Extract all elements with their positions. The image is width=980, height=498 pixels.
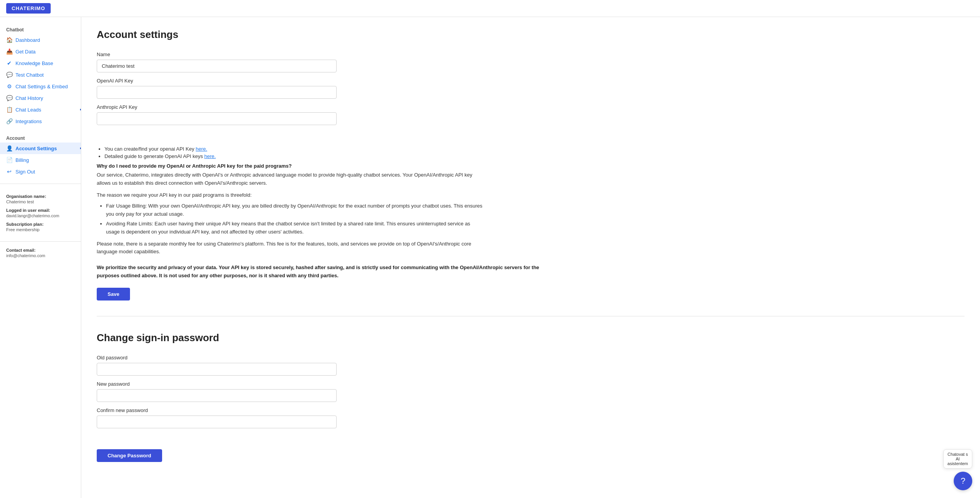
- org-name-value: Chaterimo test: [6, 199, 75, 204]
- sidebar-item-chat-settings-embed[interactable]: ⚙ Chat Settings & Embed: [0, 81, 81, 92]
- chat-leads-icon: 📋: [6, 106, 12, 113]
- org-name-label: Organisation name:: [6, 194, 75, 199]
- name-label: Name: [97, 52, 337, 57]
- sidebar-item-knowledge-base-label: Knowledge Base: [15, 60, 53, 66]
- chat-bubble-label: Chatovat s AI asistentem: [943, 449, 972, 469]
- sidebar-item-dashboard-label: Dashboard: [15, 37, 40, 43]
- chatbot-section-label: Chatbot: [0, 23, 81, 34]
- new-password-label: New password: [97, 381, 337, 387]
- name-input[interactable]: [97, 60, 337, 72]
- sidebar-item-sign-out[interactable]: ↩ Sign Out: [0, 166, 81, 177]
- old-password-input[interactable]: [97, 363, 337, 376]
- chat-history-icon: 💬: [6, 95, 12, 101]
- sidebar-item-chat-history[interactable]: 💬 Chat History: [0, 92, 81, 104]
- faq-bullet-2: Avoiding Rate Limits: Each user having t…: [106, 220, 484, 236]
- sidebar-item-sign-out-label: Sign Out: [15, 169, 35, 175]
- chat-settings-icon: ⚙: [6, 83, 12, 89]
- sidebar: Chatbot 🏠 Dashboard 📥 Get Data ✔ Knowled…: [0, 17, 81, 498]
- sidebar-item-get-data[interactable]: 📥 Get Data: [0, 46, 81, 57]
- account-settings-icon: 👤: [6, 145, 12, 151]
- chat-bubble-icon: ?: [961, 476, 965, 486]
- main-content: Account settings Name OpenAI API Key Ant…: [81, 17, 980, 498]
- sidebar-item-knowledge-base[interactable]: ✔ Knowledge Base: [0, 57, 81, 69]
- contact-email-value: info@chaterimo.com: [6, 253, 75, 258]
- faq-bullets: Fair Usage Billing: With your own OpenAI…: [106, 202, 484, 236]
- sidebar-item-test-chatbot-label: Test Chatbot: [15, 72, 44, 78]
- sidebar-item-dashboard[interactable]: 🏠 Dashboard: [0, 34, 81, 46]
- billing-icon: 📄: [6, 157, 12, 163]
- password-form: Old password New password Confirm new pa…: [97, 355, 337, 434]
- account-settings-row: 👤 Account Settings: [0, 143, 81, 154]
- sidebar-item-chat-leads[interactable]: 📋 Chat Leads: [0, 104, 81, 115]
- bullet-1: You can create/find your openai API Key …: [104, 146, 965, 152]
- anthropic-api-key-label: Anthropic API Key: [97, 104, 337, 110]
- topbar: CHATERIMO: [0, 0, 980, 17]
- password-section-title: Change sign-in password: [97, 332, 965, 344]
- sidebar-item-integrations-label: Integrations: [15, 118, 42, 124]
- anthropic-api-key-input[interactable]: [97, 112, 337, 125]
- dashboard-icon: 🏠: [6, 37, 12, 43]
- sidebar-item-account-settings[interactable]: 👤 Account Settings: [0, 143, 81, 154]
- contact-email-label: Contact email:: [6, 248, 75, 252]
- logo: CHATERIMO: [6, 3, 51, 14]
- sidebar-item-billing[interactable]: 📄 Billing: [0, 154, 81, 166]
- change-password-button[interactable]: Change Password: [97, 449, 162, 462]
- page-title: Account settings: [97, 29, 965, 41]
- account-settings-form: Name OpenAI API Key Anthropic API Key: [97, 52, 337, 131]
- sidebar-item-account-settings-label: Account Settings: [15, 146, 57, 151]
- chat-widget: Chatovat s AI asistentem ?: [943, 449, 972, 490]
- sidebar-item-test-chatbot[interactable]: 💬 Test Chatbot: [0, 69, 81, 81]
- knowledge-base-icon: ✔: [6, 60, 12, 66]
- faq-bullet-1: Fair Usage Billing: With your own OpenAI…: [106, 202, 484, 218]
- integrations-icon: 🔗: [6, 118, 12, 124]
- sidebar-item-chat-leads-label: Chat Leads: [15, 107, 41, 113]
- openai-api-key-link[interactable]: here.: [196, 146, 207, 152]
- sidebar-item-chat-history-label: Chat History: [15, 95, 43, 101]
- openai-guide-link[interactable]: here.: [204, 153, 216, 159]
- faq-block: Why do I need to provide my OpenAI or An…: [97, 163, 484, 256]
- chat-leads-row: 📋 Chat Leads: [0, 104, 81, 115]
- layout: Chatbot 🏠 Dashboard 📥 Get Data ✔ Knowled…: [0, 17, 980, 498]
- openai-api-key-input[interactable]: [97, 86, 337, 99]
- sidebar-item-integrations[interactable]: 🔗 Integrations: [0, 115, 81, 127]
- section-divider: [97, 316, 965, 316]
- account-section-label: Account: [0, 132, 81, 143]
- openai-api-key-label: OpenAI API Key: [97, 78, 337, 84]
- test-chatbot-icon: 💬: [6, 72, 12, 78]
- logged-in-label: Logged in user email:: [6, 208, 75, 213]
- old-password-label: Old password: [97, 355, 337, 361]
- logged-in-value: david.langr@chaterimo.com: [6, 213, 75, 218]
- api-key-bullets: You can create/find your openai API Key …: [104, 146, 965, 159]
- faq-question: Why do I need to provide my OpenAI or An…: [97, 163, 484, 169]
- bullet-2: Detailed guide to generate OpenAI API ke…: [104, 153, 965, 159]
- faq-answer: Our service, Chaterimo, integrates direc…: [97, 171, 484, 187]
- get-data-icon: 📥: [6, 48, 12, 55]
- sign-out-icon: ↩: [6, 168, 12, 175]
- sidebar-contact-info: Contact email: info@chaterimo.com: [0, 241, 81, 264]
- sidebar-org-info: Organisation name: Chaterimo test Logged…: [0, 184, 81, 238]
- confirm-password-input[interactable]: [97, 416, 337, 428]
- sidebar-item-get-data-label: Get Data: [15, 49, 36, 55]
- subscription-value: Free membership: [6, 227, 75, 232]
- save-button[interactable]: Save: [97, 288, 130, 301]
- new-password-input[interactable]: [97, 389, 337, 402]
- subscription-label: Subscription plan:: [6, 222, 75, 227]
- privacy-note: We prioritize the security and privacy o…: [97, 264, 561, 280]
- sidebar-item-billing-label: Billing: [15, 157, 29, 163]
- please-note: Please note, there is a separate monthly…: [97, 240, 484, 256]
- chat-bubble-button[interactable]: ?: [954, 472, 972, 490]
- faq-reason: The reason we require your API key in ou…: [97, 191, 484, 199]
- confirm-password-label: Confirm new password: [97, 407, 337, 413]
- sidebar-item-chat-settings-label: Chat Settings & Embed: [15, 84, 68, 89]
